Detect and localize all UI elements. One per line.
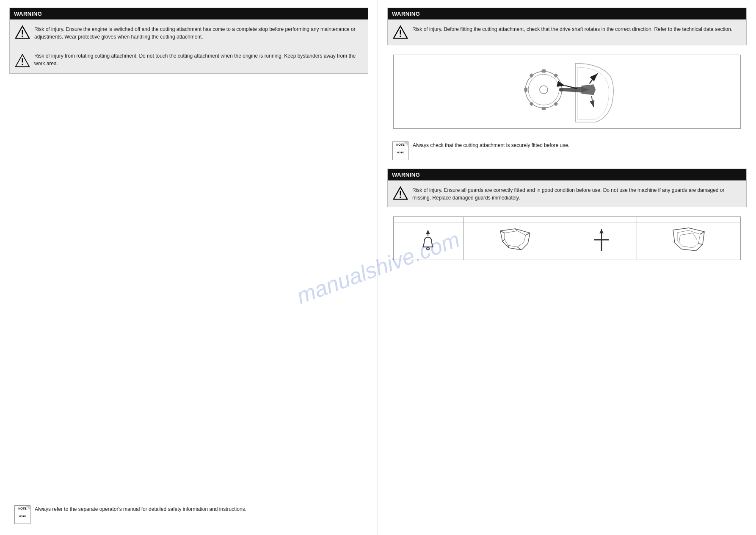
note-label-right: NOTE — [397, 151, 404, 154]
note-icon-right: NOTE — [392, 141, 408, 160]
table-header-2 — [463, 217, 567, 222]
left-note-text: Always refer to the separate operator's … — [35, 505, 246, 513]
right-section1: WARNING Risk of injury. Before fitting t… — [387, 8, 747, 45]
right-note-block: NOTE Always check that the cutting attac… — [387, 138, 747, 164]
svg-rect-18 — [529, 102, 534, 106]
svg-rect-19 — [553, 102, 558, 106]
svg-point-8 — [400, 36, 401, 37]
note-icon-left: NOTE — [14, 505, 30, 524]
svg-rect-7 — [400, 30, 401, 35]
svg-line-42 — [693, 233, 697, 240]
left-warning-text-2: Risk of injury from rotating cutting att… — [34, 51, 363, 67]
warning-triangle-icon-right-2 — [393, 186, 408, 201]
left-warning-block-1: Risk of injury. Ensure the engine is swi… — [10, 19, 368, 46]
right-warning-text-1: Risk of injury. Before fitting the cutti… — [412, 25, 732, 33]
svg-rect-4 — [22, 58, 23, 63]
svg-line-44 — [698, 244, 703, 244]
svg-line-40 — [680, 233, 693, 235]
table-cell-3 — [567, 222, 637, 260]
svg-rect-13 — [541, 107, 546, 110]
left-page: WARNING Risk of injury. Ensure the engin… — [0, 0, 378, 535]
left-warning-block-2: Risk of injury from rotating cutting att… — [10, 46, 368, 73]
right-note-text: Always check that the cutting attachment… — [413, 141, 569, 149]
table-cell-4 — [637, 222, 740, 260]
right-warning-block-2: Risk of injury. Ensure all guards are co… — [388, 180, 746, 207]
svg-point-10 — [528, 74, 559, 105]
right-section2: WARNING Risk of injury. Ensure all guard… — [387, 169, 747, 207]
svg-rect-17 — [553, 73, 558, 78]
right-warning-block-1: Risk of injury. Before fitting the cutti… — [388, 19, 746, 45]
table-header-4 — [637, 217, 740, 222]
table-header-1 — [394, 217, 464, 222]
left-warning-header: WARNING — [10, 8, 368, 19]
svg-rect-1 — [22, 30, 23, 35]
mechanism-diagram — [393, 55, 741, 129]
right-warning-header-2: WARNING — [388, 169, 746, 180]
svg-rect-14 — [524, 88, 527, 92]
bracket-close-icon — [670, 227, 708, 254]
left-note-block: NOTE Always refer to the separate operat… — [9, 502, 368, 527]
gear-diagram-svg — [519, 59, 616, 125]
right-warning-text-2: Risk of injury. Ensure all guards are co… — [412, 186, 741, 202]
right-warning-header-1: WARNING — [388, 8, 746, 19]
svg-point-11 — [539, 86, 547, 94]
right-page: WARNING Risk of injury. Before fitting t… — [378, 0, 756, 535]
svg-rect-12 — [541, 69, 546, 73]
svg-point-25 — [400, 197, 401, 198]
svg-point-2 — [22, 36, 23, 37]
left-section1: WARNING Risk of injury. Ensure the engin… — [9, 8, 368, 74]
svg-line-43 — [700, 232, 704, 234]
table-cell-2 — [463, 222, 567, 260]
svg-rect-24 — [400, 191, 401, 196]
bell-down-icon — [417, 228, 440, 253]
table-cell-1 — [394, 222, 464, 260]
left-spacer — [9, 79, 368, 497]
t-up-icon — [590, 228, 613, 253]
svg-line-35 — [502, 239, 505, 241]
warning-triangle-icon-1 — [15, 25, 30, 40]
warning-triangle-icon-2 — [15, 53, 30, 68]
parts-table — [393, 216, 741, 260]
note-label-left: NOTE — [19, 515, 26, 518]
bracket-open-icon — [496, 227, 534, 254]
svg-rect-16 — [529, 73, 534, 78]
svg-point-5 — [22, 64, 23, 65]
left-warning-text-1: Risk of injury. Ensure the engine is swi… — [34, 25, 363, 41]
warning-triangle-icon-right-1 — [393, 25, 408, 40]
table-header-3 — [567, 217, 637, 222]
svg-point-29 — [427, 247, 429, 250]
svg-line-41 — [679, 235, 680, 243]
